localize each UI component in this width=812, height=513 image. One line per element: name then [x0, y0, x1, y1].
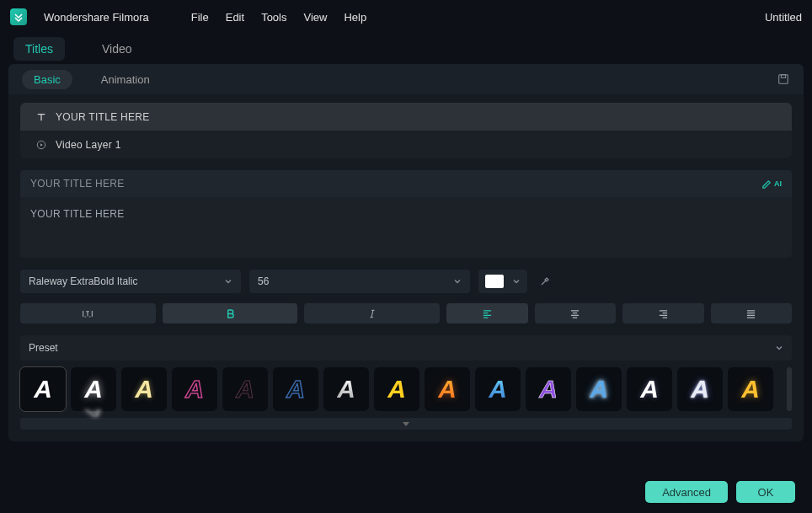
eyedropper-icon[interactable]: [539, 275, 551, 287]
font-family-value: Raleway ExtraBold Italic: [29, 275, 137, 287]
align-center-button[interactable]: [535, 303, 616, 323]
layer-title-label: YOUR TITLE HERE: [56, 111, 150, 123]
menu-help[interactable]: Help: [344, 11, 366, 24]
sub-tabs: Basic Animation: [8, 64, 804, 94]
font-size-value: 56: [258, 275, 269, 287]
chevron-down-icon: [453, 277, 462, 286]
panel-resize-handle[interactable]: [20, 418, 792, 430]
font-color-picker[interactable]: [478, 270, 527, 293]
preset-2[interactable]: A: [71, 367, 116, 411]
font-family-select[interactable]: Raleway ExtraBold Italic: [20, 270, 241, 293]
preset-3[interactable]: A: [121, 367, 167, 411]
preset-12[interactable]: A: [576, 367, 622, 411]
layer-title[interactable]: YOUR TITLE HERE: [20, 103, 792, 131]
menu-file[interactable]: File: [191, 11, 209, 24]
chevron-down-icon: [512, 277, 521, 286]
italic-button[interactable]: [304, 303, 440, 323]
preset-5[interactable]: A: [222, 367, 268, 411]
preset-scrollbar[interactable]: [787, 367, 792, 411]
svg-rect-0: [779, 75, 788, 84]
bold-button[interactable]: [163, 303, 298, 323]
menu-bar: Wondershare Filmora File Edit Tools View…: [0, 0, 812, 34]
font-size-select[interactable]: 56: [249, 270, 470, 293]
layer-video-label: Video Layer 1: [56, 139, 121, 151]
subtab-basic[interactable]: Basic: [22, 70, 72, 89]
text-icon: [35, 111, 47, 123]
align-left-button[interactable]: [446, 303, 527, 323]
subtab-animation[interactable]: Animation: [89, 70, 162, 89]
title-text-input[interactable]: YOUR TITLE HERE: [20, 197, 792, 258]
advanced-button[interactable]: Advanced: [645, 481, 728, 503]
ok-button[interactable]: OK: [736, 481, 795, 503]
preset-1[interactable]: A: [20, 367, 66, 411]
preset-15[interactable]: A: [728, 367, 773, 411]
align-right-button[interactable]: [622, 303, 703, 323]
preset-4[interactable]: A: [172, 367, 217, 411]
preset-dropdown[interactable]: Preset: [20, 335, 792, 361]
preset-10[interactable]: A: [475, 367, 521, 411]
preset-14[interactable]: A: [677, 367, 723, 411]
app-name: Wondershare Filmora: [44, 11, 149, 24]
title-text-value: YOUR TITLE HERE: [30, 208, 125, 220]
footer-buttons: Advanced OK: [645, 481, 795, 503]
preset-9[interactable]: A: [425, 367, 470, 411]
preset-8[interactable]: A: [374, 367, 419, 411]
layer-list: YOUR TITLE HERE Video Layer 1: [20, 103, 792, 158]
color-swatch: [485, 275, 504, 288]
title-edit-panel: YOUR TITLE HERE Video Layer 1 YOUR TITLE…: [8, 94, 804, 441]
menu-view[interactable]: View: [303, 11, 327, 24]
text-style-row: [20, 303, 792, 323]
font-controls-row: Raleway ExtraBold Italic 56: [20, 270, 792, 293]
triangle-down-icon: [403, 422, 409, 426]
chevron-down-icon: [224, 277, 232, 286]
preview-header: YOUR TITLE HERE AI: [20, 170, 792, 197]
main-tabs: Titles Video: [0, 34, 812, 64]
chevron-down-icon: [775, 344, 783, 352]
app-logo-icon: [10, 8, 27, 25]
preset-6[interactable]: A: [273, 367, 318, 411]
save-preset-icon[interactable]: [777, 72, 790, 86]
preset-grid: A A A A A A A A A A A A A A A: [20, 367, 782, 411]
align-justify-button[interactable]: [711, 303, 792, 323]
character-spacing-button[interactable]: [20, 303, 156, 323]
tab-titles[interactable]: Titles: [13, 37, 65, 61]
tab-video[interactable]: Video: [90, 37, 144, 61]
preset-label: Preset: [29, 342, 58, 354]
preset-grid-wrap: A A A A A A A A A A A A A A A: [20, 367, 792, 411]
preset-11[interactable]: A: [526, 367, 571, 411]
menu-tools[interactable]: Tools: [261, 11, 286, 24]
preview-header-label: YOUR TITLE HERE: [30, 178, 125, 190]
menu-edit[interactable]: Edit: [226, 11, 244, 24]
play-circle-icon: [35, 139, 47, 151]
preset-13[interactable]: A: [627, 367, 672, 411]
layer-video[interactable]: Video Layer 1: [20, 131, 792, 158]
ai-edit-icon[interactable]: AI: [761, 179, 782, 190]
preset-7[interactable]: A: [323, 367, 369, 411]
document-title: Untitled: [765, 11, 802, 24]
svg-rect-1: [781, 75, 785, 78]
